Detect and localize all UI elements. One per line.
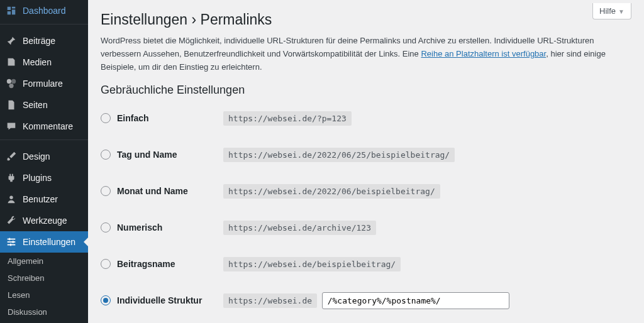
option-label: Numerisch xyxy=(117,222,162,233)
option-label: Monat und Name xyxy=(117,186,188,196)
submenu-discussion[interactable]: Diskussion xyxy=(0,304,88,320)
radio-numeric[interactable] xyxy=(101,222,111,233)
sidebar-item-label: Beiträge xyxy=(23,36,55,46)
radio-custom[interactable] xyxy=(101,295,111,305)
option-label: Individuelle Struktur xyxy=(117,295,202,305)
option-label: Beitragsname xyxy=(117,259,175,269)
sidebar-item-label: Dashboard xyxy=(23,6,66,16)
sidebar-item-comments[interactable]: Kommentare xyxy=(0,116,88,137)
pin-icon xyxy=(5,35,18,47)
pages-icon xyxy=(5,99,18,111)
option-example: https://websei.de/2022/06/25/beispielbei… xyxy=(223,148,455,162)
radio-postname[interactable] xyxy=(101,259,111,269)
submenu-general[interactable]: Allgemein xyxy=(0,253,88,270)
option-example: https://websei.de/beispielbeitrag/ xyxy=(223,257,401,271)
sidebar-item-plugins[interactable]: Plugins xyxy=(0,167,88,189)
option-example: https://websei.de/?p=123 xyxy=(223,111,352,126)
option-custom: Individuelle Struktur https://websei.de xyxy=(101,288,631,313)
svg-point-2 xyxy=(9,84,13,88)
page-title: Einstellungen › Permalinks xyxy=(101,11,631,28)
option-month-name: Monat und Name https://websei.de/2022/06… xyxy=(101,178,631,204)
option-example: https://websei.de/archive/123 xyxy=(223,221,376,235)
user-icon xyxy=(5,193,18,205)
menu-separator xyxy=(0,24,88,28)
section-heading: Gebräuchliche Einstellungen xyxy=(101,84,631,97)
sidebar-item-design[interactable]: Design xyxy=(0,146,88,167)
option-postname: Beitragsname https://websei.de/beispielb… xyxy=(101,251,631,276)
custom-prefix: https://websei.de xyxy=(223,293,317,308)
settings-icon xyxy=(5,236,18,248)
sidebar-item-label: Einstellungen xyxy=(23,237,75,247)
sidebar-item-settings[interactable]: Einstellungen xyxy=(0,231,88,253)
sidebar-item-media[interactable]: Medien xyxy=(0,52,88,73)
media-icon xyxy=(5,56,18,68)
sidebar-item-label: Seiten xyxy=(23,100,48,110)
svg-rect-4 xyxy=(8,239,16,240)
sidebar-item-forms[interactable]: Formulare xyxy=(0,73,88,94)
svg-point-1 xyxy=(11,79,16,84)
svg-rect-7 xyxy=(9,238,10,241)
svg-point-0 xyxy=(7,79,11,84)
option-day-name: Tag und Name https://websei.de/2022/06/2… xyxy=(101,142,631,167)
content-area: Hilfe▼ Einstellungen › Permalinks WordPr… xyxy=(88,0,644,323)
comments-icon xyxy=(5,120,18,133)
settings-submenu: Allgemein Schreiben Lesen Diskussion Med… xyxy=(0,253,88,323)
svg-point-3 xyxy=(9,196,13,199)
dashboard-icon xyxy=(5,4,18,17)
sidebar-item-tools[interactable]: Werkzeuge xyxy=(0,210,88,231)
submenu-media[interactable]: Medien xyxy=(0,320,88,323)
forms-icon xyxy=(5,77,18,90)
plug-icon xyxy=(5,172,18,184)
menu-separator xyxy=(0,140,88,143)
sidebar-item-label: Benutzer xyxy=(23,194,58,204)
sidebar-item-pages[interactable]: Seiten xyxy=(0,94,88,116)
option-numeric: Numerisch https://websei.de/archive/123 xyxy=(101,215,631,240)
submenu-reading[interactable]: Lesen xyxy=(0,287,88,304)
help-tab[interactable]: Hilfe▼ xyxy=(592,3,631,19)
sidebar-item-users[interactable]: Benutzer xyxy=(0,189,88,210)
svg-rect-5 xyxy=(8,241,16,243)
admin-sidebar: Dashboard Beiträge Medien Formulare Seit… xyxy=(0,0,88,323)
sidebar-item-posts[interactable]: Beiträge xyxy=(0,30,88,52)
submenu-writing[interactable]: Schreiben xyxy=(0,270,88,287)
sidebar-item-dashboard[interactable]: Dashboard xyxy=(0,0,88,21)
page-description: WordPress bietet die Möglichkeit, indivi… xyxy=(101,35,631,74)
placeholders-link[interactable]: Reihe an Platzhaltern ist verfügbar xyxy=(421,49,546,58)
option-label: Einfach xyxy=(117,113,149,123)
sidebar-item-label: Formulare xyxy=(23,79,63,89)
option-example: https://websei.de/2022/06/beispielbeitra… xyxy=(223,184,440,199)
sidebar-item-label: Werkzeuge xyxy=(23,216,67,226)
radio-day-name[interactable] xyxy=(101,150,111,160)
radio-plain[interactable] xyxy=(101,113,111,123)
custom-structure-input[interactable] xyxy=(322,292,509,309)
brush-icon xyxy=(5,150,18,163)
svg-rect-8 xyxy=(13,241,14,243)
sidebar-item-label: Plugins xyxy=(23,173,52,183)
wrench-icon xyxy=(5,214,18,227)
option-label: Tag und Name xyxy=(117,150,177,160)
sidebar-item-label: Design xyxy=(23,151,50,162)
sidebar-item-label: Kommentare xyxy=(23,121,73,131)
radio-month-name[interactable] xyxy=(101,186,111,196)
sidebar-item-label: Medien xyxy=(23,57,52,67)
svg-rect-9 xyxy=(10,244,11,246)
option-plain: Einfach https://websei.de/?p=123 xyxy=(101,106,631,131)
chevron-down-icon: ▼ xyxy=(618,8,625,15)
